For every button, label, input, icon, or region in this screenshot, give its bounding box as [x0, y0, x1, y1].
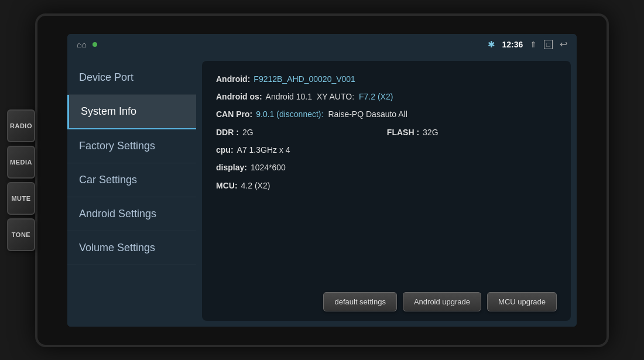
screen: ⌂ ✱ 12:36 ⇑ □ ↩ Device Port System Info … [67, 34, 577, 327]
menu-item-android-settings[interactable]: Android Settings [67, 197, 196, 231]
can-pro-value: 9.0.1 (disconnect): [256, 108, 323, 121]
mute-button[interactable]: MUTE [7, 182, 35, 215]
default-settings-button[interactable]: default settings [323, 292, 396, 311]
main-area: Device Port System Info Factory Settings… [67, 55, 577, 327]
status-right: ✱ 12:36 ⇑ □ ↩ [488, 39, 567, 50]
menu-item-device-port[interactable]: Device Port [67, 61, 196, 95]
android-os-label: Android os: [216, 90, 262, 103]
bluetooth-icon: ✱ [488, 39, 495, 50]
left-menu: Device Port System Info Factory Settings… [67, 55, 196, 327]
media-button[interactable]: MEDIA [7, 146, 35, 179]
android-os-value: Android 10.1 [266, 90, 312, 103]
can-pro-values: 9.0.1 (disconnect): Raise-PQ Dasauto All [256, 108, 407, 121]
status-dot [93, 42, 97, 47]
system-info-panel: Android: F9212B_AHD_00020_V001 Android o… [202, 61, 571, 321]
status-bar: ⌂ ✱ 12:36 ⇑ □ ↩ [67, 34, 577, 55]
can-pro-label: CAN Pro: [216, 108, 252, 121]
mcu-upgrade-button[interactable]: MCU upgrade [487, 292, 557, 311]
car-head-unit: RADIO MEDIA MUTE TONE ⌂ ✱ 12:36 ⇑ □ ↩ De… [35, 13, 609, 347]
cpu-label: cpu: [216, 143, 234, 156]
menu-item-volume-settings[interactable]: Volume Settings [67, 231, 196, 265]
side-buttons: RADIO MEDIA MUTE TONE [7, 109, 35, 251]
info-grid: Android: F9212B_AHD_00020_V001 Android o… [216, 73, 557, 284]
ddr-value: 2G [242, 126, 376, 139]
mcu-row: MCU: 4.2 (X2) [216, 179, 557, 192]
menu-item-system-info[interactable]: System Info [67, 95, 196, 129]
android-label: Android: [216, 73, 250, 85]
menu-item-factory-settings[interactable]: Factory Settings [67, 129, 196, 163]
android-os-row: Android os: Android 10.1 XY AUTO: F7.2 (… [216, 90, 557, 103]
bottom-buttons: default settings Android upgrade MCU upg… [216, 284, 557, 311]
display-value: 1024*600 [251, 161, 557, 174]
ddr-label: DDR : [216, 126, 239, 139]
android-upgrade-button[interactable]: Android upgrade [403, 292, 481, 311]
display-row: display: 1024*600 [216, 161, 557, 174]
ddr-row: DDR : 2G FLASH : 32G [216, 126, 557, 139]
flash-label: FLASH : [387, 126, 419, 139]
tone-button[interactable]: TONE [7, 218, 35, 251]
window-icon: □ [544, 40, 553, 49]
cpu-row: cpu: A7 1.3GHz x 4 [216, 143, 557, 156]
android-value: F9212B_AHD_00020_V001 [254, 73, 557, 85]
xy-auto-label: XY AUTO: [317, 90, 354, 103]
cpu-value: A7 1.3GHz x 4 [237, 143, 557, 156]
mcu-label: MCU: [216, 179, 238, 192]
can-pro-extra: Raise-PQ Dasauto All [328, 108, 407, 121]
android-os-values: Android 10.1 XY AUTO: F7.2 (X2) [266, 90, 393, 103]
can-pro-row: CAN Pro: 9.0.1 (disconnect): Raise-PQ Da… [216, 108, 557, 121]
clock: 12:36 [502, 40, 523, 49]
menu-item-car-settings[interactable]: Car Settings [67, 163, 196, 197]
mcu-value: 4.2 (X2) [241, 179, 557, 192]
flash-value: 32G [423, 126, 557, 139]
radio-button[interactable]: RADIO [7, 109, 35, 142]
xy-auto-value: F7.2 (X2) [359, 90, 393, 103]
home-icon[interactable]: ⌂ [77, 40, 87, 49]
status-left: ⌂ [77, 40, 97, 49]
expand-icon: ⇑ [530, 40, 537, 49]
back-icon[interactable]: ↩ [560, 39, 567, 50]
display-label: display: [216, 161, 247, 174]
android-row: Android: F9212B_AHD_00020_V001 [216, 73, 557, 85]
